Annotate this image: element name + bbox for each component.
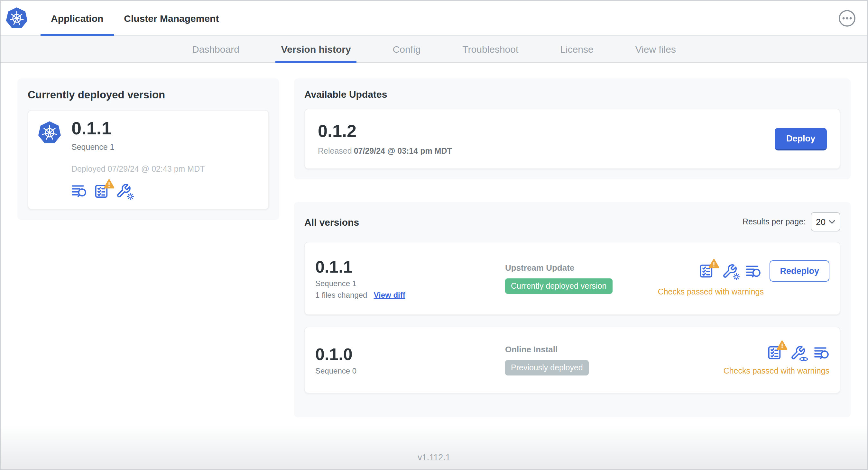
current-version-card: Currently deployed version 0.1.1 Sequenc…	[18, 78, 279, 220]
kubernetes-logo-icon	[5, 6, 28, 30]
overflow-menu-button[interactable]	[838, 10, 856, 27]
current-version-deployed-at: Deployed 07/29/24 @ 02:43 pm MDT	[71, 165, 205, 174]
top-tabs: Application Cluster Management	[40, 1, 229, 35]
app-subnav: Dashboard Version history Config Trouble…	[1, 36, 867, 63]
subnav-version-history[interactable]: Version history	[275, 36, 357, 62]
version-row-source: Online Install Previously deployed	[505, 345, 723, 375]
gear-icon	[126, 192, 134, 201]
gear-icon	[732, 272, 741, 281]
preflight-checks-warning-icon[interactable]	[94, 183, 109, 198]
results-per-page-value: 20	[816, 217, 826, 227]
current-version-column: Currently deployed version 0.1.1 Sequenc…	[18, 78, 279, 220]
files-changed: 1 files changed	[315, 290, 367, 299]
version-number: 0.1.0	[315, 345, 505, 363]
warning-triangle-icon	[708, 259, 719, 269]
main-content: Currently deployed version 0.1.1 Sequenc…	[18, 78, 850, 417]
released-date: 07/29/24 @ 03:14 pm MDT	[354, 146, 452, 156]
diff-icon[interactable]	[814, 345, 829, 360]
preflight-status-text: Checks passed with warnings	[658, 288, 764, 296]
subnav-view-files[interactable]: View files	[630, 36, 682, 62]
all-versions-title: All versions	[304, 216, 359, 227]
deploy-button[interactable]: Deploy	[775, 128, 827, 150]
chevron-down-icon	[829, 220, 835, 224]
subnav-dashboard[interactable]: Dashboard	[186, 36, 245, 62]
page-footer: v1.112.1	[1, 425, 867, 469]
eye-icon	[799, 355, 809, 362]
warning-triangle-icon	[777, 340, 787, 350]
view-diff-link[interactable]: View diff	[374, 290, 405, 299]
top-navbar: Application Cluster Management	[1, 1, 867, 36]
available-update-row: 0.1.2 Released07/29/24 @ 03:14 pm MDT De…	[304, 109, 840, 169]
edit-config-icon[interactable]	[116, 183, 131, 199]
all-versions-card: All versions Results per page: 20 0.1.1 …	[294, 202, 850, 417]
preflight-checks-warning-icon[interactable]	[767, 345, 782, 360]
previously-deployed-badge: Previously deployed	[505, 360, 589, 375]
results-per-page: Results per page: 20	[743, 212, 840, 231]
redeploy-button[interactable]: Redeploy	[770, 260, 829, 281]
preflight-status-text: Checks passed with warnings	[723, 366, 829, 375]
version-number: 0.1.1	[315, 258, 505, 275]
results-per-page-label: Results per page:	[743, 217, 806, 226]
update-released-at: Released07/29/24 @ 03:14 pm MDT	[318, 146, 452, 156]
ellipsis-icon	[838, 10, 856, 27]
tab-application[interactable]: Application	[40, 1, 114, 35]
version-row-0-1-0: 0.1.0 Sequence 0 Online Install Previous…	[304, 327, 840, 394]
version-row-source: Upstream Update Currently deployed versi…	[505, 263, 658, 294]
current-version-detail: 0.1.1 Sequence 1 Deployed 07/29/24 @ 02:…	[28, 110, 269, 210]
view-config-icon[interactable]	[790, 345, 806, 360]
released-label: Released	[318, 146, 352, 156]
current-version-number: 0.1.1	[71, 119, 205, 138]
versions-column: Available Updates 0.1.2 Released07/29/24…	[294, 78, 850, 417]
version-row-meta: 0.1.0 Sequence 0	[315, 345, 505, 375]
version-row-actions: Redeploy Checks passed with warnings	[658, 260, 829, 296]
version-row-0-1-1: 0.1.1 Sequence 1 1 files changed View di…	[304, 242, 840, 315]
subnav-config[interactable]: Config	[387, 36, 427, 62]
version-source: Upstream Update	[505, 263, 658, 273]
current-version-sequence: Sequence 1	[71, 143, 205, 152]
preflight-checks-warning-icon[interactable]	[699, 264, 714, 278]
version-source: Online Install	[505, 345, 723, 354]
console-version: v1.112.1	[417, 452, 451, 462]
admin-console-window: Application Cluster Management Dashboard…	[0, 0, 868, 470]
available-updates-title: Available Updates	[304, 89, 840, 100]
diff-icon[interactable]	[746, 264, 761, 278]
available-updates-card: Available Updates 0.1.2 Released07/29/24…	[294, 78, 850, 179]
subnav-troubleshoot[interactable]: Troubleshoot	[457, 36, 524, 62]
tab-cluster-management[interactable]: Cluster Management	[114, 1, 229, 35]
version-sequence: Sequence 0	[315, 366, 505, 375]
deployed-status-badge: Currently deployed version	[505, 278, 612, 294]
current-version-actions	[71, 183, 205, 199]
update-version-number: 0.1.2	[318, 122, 452, 141]
version-sequence: Sequence 1	[315, 279, 505, 288]
results-per-page-select[interactable]: 20	[811, 212, 840, 231]
version-row-actions: Checks passed with warnings	[723, 345, 829, 375]
edit-config-icon[interactable]	[722, 263, 737, 279]
diff-icon[interactable]	[71, 184, 87, 198]
kubernetes-app-icon	[37, 120, 62, 145]
all-versions-header: All versions Results per page: 20	[304, 212, 840, 231]
subnav-license[interactable]: License	[554, 36, 599, 62]
version-row-meta: 0.1.1 Sequence 1 1 files changed View di…	[315, 258, 505, 299]
warning-triangle-icon	[103, 178, 115, 189]
current-version-title: Currently deployed version	[28, 89, 269, 101]
